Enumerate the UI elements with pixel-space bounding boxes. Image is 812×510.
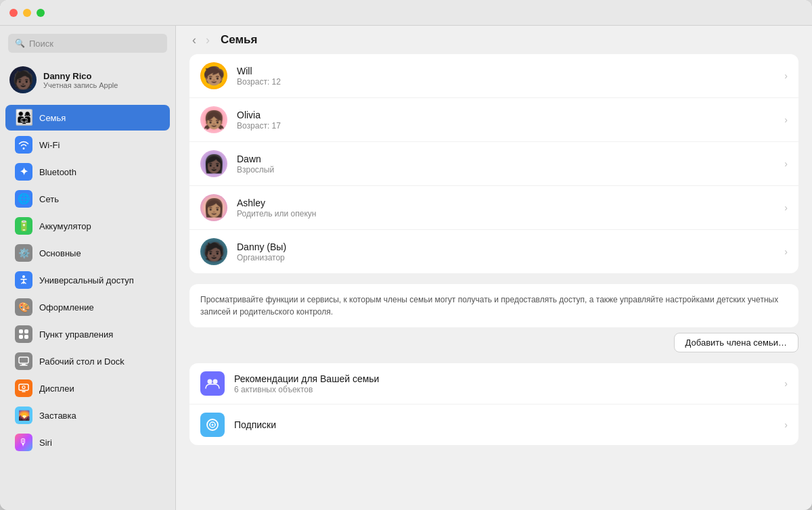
svg-rect-8 — [19, 384, 28, 390]
ashley-info: Ashley Родитель или опекун — [237, 198, 775, 218]
will-avatar: 🧒🏽 — [200, 62, 227, 89]
sidebar-item-appearance[interactable]: 🎨 Оформление — [5, 294, 170, 320]
table-row[interactable]: 👩🏿 Dawn Взрослый › — [189, 142, 798, 186]
page-title: Семья — [221, 33, 257, 47]
description-text: Просматривайте функции и сервисы, к кото… — [189, 284, 798, 327]
sidebar-item-accessibility[interactable]: Универсальный доступ — [5, 267, 170, 293]
dawn-name: Dawn — [237, 154, 775, 164]
table-row[interactable]: 👧🏽 Olivia Возраст: 17 › — [189, 98, 798, 142]
add-member-button[interactable]: Добавить члена семьи… — [674, 333, 798, 352]
table-row[interactable]: 🧑🏿 Danny (Вы) Организатор › — [189, 230, 798, 273]
sidebar-label-control: Пункт управления — [39, 329, 113, 340]
recommendations-info: Рекомендации для Вашей семьи 6 активных … — [234, 373, 775, 394]
danny-info: Danny (Вы) Организатор — [237, 241, 775, 262]
general-icon: ⚙️ — [15, 244, 32, 262]
sidebar-label-appearance: Оформление — [39, 302, 94, 312]
sidebar-item-displays[interactable]: Дисплеи — [5, 375, 170, 401]
sidebar-label-siri: Siri — [39, 438, 52, 448]
chevron-right-icon: › — [784, 202, 788, 213]
screensaver-icon: 🌄 — [15, 407, 32, 424]
main-panel: ‹ › Семья 🧒🏽 Will Возраст: 12 — [176, 26, 812, 510]
sidebar-label-wifi: Wi-Fi — [39, 140, 60, 150]
control-icon — [15, 325, 32, 343]
close-button[interactable] — [9, 9, 18, 17]
dawn-info: Dawn Взрослый — [237, 154, 775, 175]
sidebar-label-displays: Дисплеи — [39, 384, 74, 394]
sidebar-label-family: Семья — [39, 113, 66, 123]
family-members-card: 🧒🏽 Will Возраст: 12 › 👧🏽 — [189, 54, 798, 273]
chevron-right-icon: › — [784, 70, 788, 81]
sidebar-label-bluetooth: Bluetooth — [39, 167, 76, 177]
will-role: Возраст: 12 — [237, 77, 775, 87]
main-content: 🔍 Поиск 🧑🏿 Danny Rico Учетная запись App… — [0, 26, 812, 510]
danny-name: Danny (Вы) — [237, 241, 775, 252]
svg-point-0 — [22, 275, 25, 278]
sidebar-item-bluetooth[interactable]: ✦ Bluetooth — [5, 159, 170, 185]
avatar: 🧑🏿 — [9, 66, 37, 93]
search-container: 🔍 Поиск — [0, 34, 175, 61]
svg-rect-2 — [24, 329, 28, 333]
search-box[interactable]: 🔍 Поиск — [8, 34, 167, 53]
sidebar-label-screensaver: Заставка — [39, 411, 76, 421]
sidebar-item-general[interactable]: ⚙️ Основные — [5, 240, 170, 266]
chevron-right-icon: › — [784, 378, 788, 389]
sidebar-label-desktop: Рабочий стол и Dock — [39, 356, 125, 367]
dawn-role: Взрослый — [237, 165, 775, 175]
svg-rect-3 — [19, 335, 23, 339]
recommendations-title: Рекомендации для Вашей семьи — [234, 373, 775, 384]
olivia-role: Возраст: 17 — [237, 121, 775, 131]
sidebar-item-siri[interactable]: 🎙 Siri — [5, 430, 170, 455]
user-profile[interactable]: 🧑🏿 Danny Rico Учетная запись Apple — [0, 61, 175, 99]
sidebar-item-control[interactable]: Пункт управления — [5, 321, 170, 347]
main-header: ‹ › Семья — [176, 26, 812, 54]
table-row[interactable]: 👩🏽 Ashley Родитель или опекун › — [189, 186, 798, 230]
olivia-info: Olivia Возраст: 17 — [237, 110, 775, 131]
minimize-button[interactable] — [23, 9, 31, 17]
sidebar-label-accessibility: Универсальный доступ — [39, 275, 134, 285]
sidebar-item-network[interactable]: 🌐 Сеть — [5, 186, 170, 212]
back-button[interactable]: ‹ — [189, 32, 199, 47]
chevron-right-icon: › — [784, 158, 788, 169]
svg-rect-4 — [24, 335, 28, 339]
forward-button[interactable]: › — [203, 32, 212, 47]
sidebar-item-desktop[interactable]: Рабочий стол и Dock — [5, 348, 170, 374]
will-info: Will Возраст: 12 — [237, 66, 775, 87]
user-avatar-emoji: 🧑🏿 — [12, 70, 34, 91]
danny-role: Организатор — [237, 253, 775, 262]
sidebar-item-wifi[interactable]: Wi-Fi — [5, 132, 170, 158]
ashley-role: Родитель или опекун — [237, 209, 775, 218]
family-icon: 👨‍👩‍👧 — [15, 109, 32, 126]
ashley-name: Ashley — [237, 198, 775, 208]
user-subtitle: Учетная запись Apple — [43, 81, 118, 89]
subscriptions-row[interactable]: Подписки › — [189, 404, 798, 445]
recommendations-row[interactable]: Рекомендации для Вашей семьи 6 активных … — [189, 363, 798, 404]
table-row[interactable]: 🧒🏽 Will Возраст: 12 › — [189, 54, 798, 98]
sidebar-item-battery[interactable]: 🔋 Аккумулятор — [5, 213, 170, 239]
extra-items-card: Рекомендации для Вашей семьи 6 активных … — [189, 363, 798, 445]
chevron-right-icon: › — [784, 419, 788, 430]
siri-icon: 🎙 — [15, 434, 32, 451]
system-preferences-window: 🔍 Поиск 🧑🏿 Danny Rico Учетная запись App… — [0, 0, 812, 510]
chevron-right-icon: › — [784, 246, 788, 257]
svg-rect-1 — [19, 329, 23, 333]
sidebar-item-family[interactable]: 👨‍👩‍👧 Семья — [5, 105, 170, 131]
user-name: Danny Rico — [43, 71, 118, 81]
desktop-icon — [15, 352, 32, 370]
olivia-avatar: 👧🏽 — [200, 106, 227, 133]
recommendations-icon — [200, 371, 225, 396]
accessibility-icon — [15, 271, 32, 289]
olivia-name: Olivia — [237, 110, 775, 120]
user-info: Danny Rico Учетная запись Apple — [43, 71, 118, 89]
network-icon: 🌐 — [15, 190, 32, 208]
svg-point-11 — [208, 379, 212, 384]
svg-point-12 — [213, 379, 218, 384]
chevron-right-icon: › — [784, 114, 788, 125]
svg-point-14 — [212, 424, 214, 426]
sidebar-item-screensaver[interactable]: 🌄 Заставка — [5, 402, 170, 428]
svg-point-9 — [22, 386, 25, 389]
maximize-button[interactable] — [37, 9, 45, 17]
sidebar-label-network: Сеть — [39, 194, 59, 204]
subscriptions-info: Подписки — [234, 419, 775, 430]
search-icon: 🔍 — [15, 39, 25, 48]
sidebar: 🔍 Поиск 🧑🏿 Danny Rico Учетная запись App… — [0, 26, 176, 510]
